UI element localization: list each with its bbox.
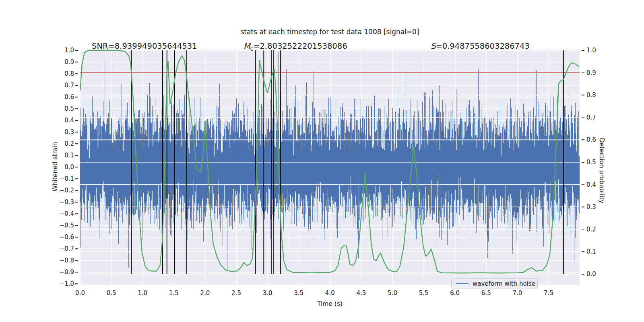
left-y-tick-label: −0.5 bbox=[60, 222, 74, 229]
tick-mark bbox=[75, 50, 78, 51]
right-y-tick-label: 0.5 bbox=[586, 159, 596, 166]
right-y-tick-label: 0.2 bbox=[586, 226, 596, 233]
left-y-tick-label: −0.6 bbox=[60, 233, 74, 241]
tick-mark bbox=[75, 213, 78, 214]
tick-mark bbox=[75, 155, 78, 156]
legend-line-sample bbox=[456, 283, 469, 284]
right-y-tick-label: 0.9 bbox=[586, 69, 596, 76]
right-y-tick-label: 0.4 bbox=[586, 181, 596, 188]
tick-mark bbox=[582, 162, 584, 163]
tick-mark bbox=[75, 248, 78, 249]
left-y-tick-label: 0.8 bbox=[64, 70, 74, 77]
tick-mark bbox=[75, 178, 78, 179]
legend: waveform with noise bbox=[451, 278, 538, 289]
tick-mark bbox=[582, 184, 584, 185]
x-tick-label: 1.0 bbox=[138, 289, 147, 297]
left-y-tick-label: 0.6 bbox=[64, 93, 74, 101]
left-y-tick-label: 0.3 bbox=[64, 128, 74, 136]
right-y-tick-label: 1.0 bbox=[586, 47, 596, 54]
left-y-tick-label: −0.8 bbox=[60, 257, 74, 264]
tick-mark bbox=[75, 237, 78, 237]
tick-mark bbox=[75, 167, 78, 167]
tick-mark bbox=[582, 140, 584, 140]
tick-mark bbox=[75, 272, 78, 272]
left-y-tick-label: 0.2 bbox=[64, 140, 74, 147]
left-y-tick-label: 0.1 bbox=[64, 152, 74, 159]
annotation-chirp-mass: Mc=2.8032522201538086 bbox=[244, 41, 347, 52]
right-y-tick-label: 0.8 bbox=[586, 91, 596, 99]
tick-mark bbox=[75, 120, 78, 121]
x-tick-label: 5.0 bbox=[388, 289, 397, 297]
x-tick-label: 2.0 bbox=[200, 289, 210, 297]
tick-mark bbox=[582, 229, 584, 230]
left-axis-label: Whitened strain bbox=[52, 142, 59, 191]
x-tick-label: 7.0 bbox=[512, 289, 522, 297]
x-tick-label: 1.5 bbox=[169, 289, 179, 297]
x-tick-label: 7.5 bbox=[544, 289, 553, 297]
left-y-tick-label: 0.5 bbox=[64, 105, 74, 112]
right-y-tick-label: 0.3 bbox=[586, 203, 596, 211]
annotation-significance: S=0.9487558603286743 bbox=[431, 41, 530, 51]
tick-mark bbox=[582, 117, 584, 118]
right-axis-label: Detection probability bbox=[598, 138, 605, 204]
x-tick-label: 2.5 bbox=[231, 289, 241, 297]
gridlines-over bbox=[80, 50, 580, 274]
x-tick-label: 4.0 bbox=[325, 289, 335, 297]
tick-mark bbox=[75, 143, 78, 144]
annotation-snr: SNR=8.939949035644531 bbox=[92, 41, 197, 51]
figure: stats at each timestep for test data 100… bbox=[0, 0, 644, 322]
left-y-tick-label: −0.1 bbox=[60, 175, 74, 182]
tick-mark bbox=[582, 206, 584, 207]
right-y-tick-label: 0.7 bbox=[586, 114, 596, 121]
x-axis-label: Time (s) bbox=[80, 300, 580, 308]
tick-mark bbox=[582, 274, 584, 275]
tick-mark bbox=[582, 50, 584, 51]
right-y-tick-label: 0.6 bbox=[586, 136, 596, 143]
tick-mark bbox=[75, 73, 78, 74]
left-y-tick-label: 0.4 bbox=[64, 117, 74, 124]
left-y-tick-label: 0.7 bbox=[64, 82, 74, 89]
x-tick-label: 3.5 bbox=[294, 289, 303, 297]
left-y-tick-label: 1.0 bbox=[64, 47, 74, 54]
x-tick-label: 5.5 bbox=[419, 289, 429, 297]
plot-area bbox=[80, 50, 580, 285]
legend-label: waveform with noise bbox=[473, 280, 535, 287]
x-tick-label: 0.0 bbox=[75, 289, 85, 297]
tick-mark bbox=[75, 132, 78, 132]
right-y-tick-label: 0.0 bbox=[586, 270, 596, 278]
tick-mark bbox=[75, 108, 78, 109]
tick-mark bbox=[75, 283, 78, 284]
chart-canvas bbox=[80, 50, 580, 285]
noise-waveform bbox=[80, 52, 580, 277]
x-tick-label: 3.0 bbox=[263, 289, 272, 297]
tick-mark bbox=[582, 72, 584, 73]
left-y-tick-label: 0.0 bbox=[64, 163, 74, 171]
x-tick-label: 0.5 bbox=[107, 289, 116, 297]
left-y-tick-label: −1.0 bbox=[60, 280, 74, 287]
tick-mark bbox=[75, 62, 78, 62]
x-tick-label: 6.0 bbox=[450, 289, 460, 297]
tick-mark bbox=[75, 97, 78, 97]
x-tick-label: 4.5 bbox=[356, 289, 366, 297]
tick-mark bbox=[582, 252, 584, 252]
left-y-tick-label: −0.9 bbox=[60, 268, 74, 276]
tick-mark bbox=[75, 225, 78, 226]
left-y-tick-label: −0.2 bbox=[60, 187, 74, 194]
tick-mark bbox=[75, 260, 78, 261]
left-y-tick-label: 0.9 bbox=[64, 58, 74, 66]
left-y-tick-label: −0.4 bbox=[60, 210, 74, 217]
tick-mark bbox=[75, 202, 78, 202]
tick-mark bbox=[75, 190, 78, 191]
tick-mark bbox=[75, 85, 78, 86]
left-y-tick-label: −0.3 bbox=[60, 198, 74, 206]
chart-title: stats at each timestep for test data 100… bbox=[80, 28, 580, 36]
right-y-tick-label: 0.1 bbox=[586, 248, 596, 255]
left-y-tick-label: −0.7 bbox=[60, 245, 74, 252]
tick-mark bbox=[582, 95, 584, 95]
x-tick-label: 6.5 bbox=[481, 289, 491, 297]
